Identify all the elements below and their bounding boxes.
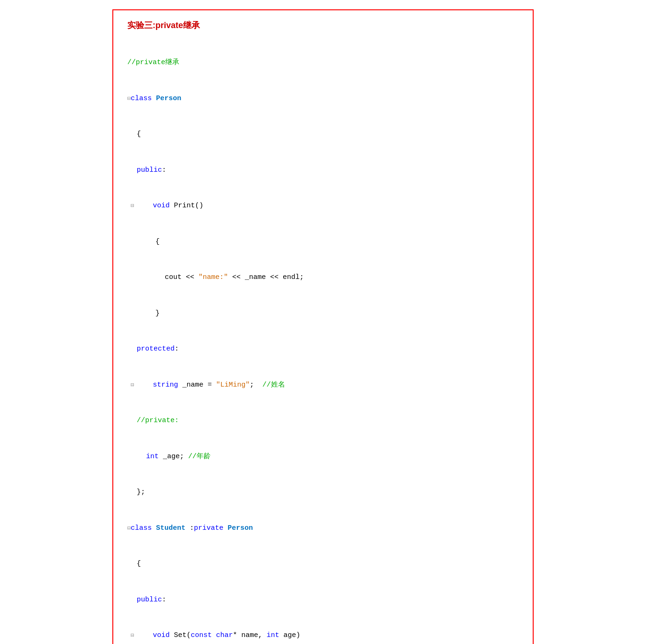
page-title: 实验三:private继承 — [127, 20, 519, 31]
main-container: 实验三:private继承 //private继承 ⊟class Person … — [112, 9, 534, 644]
comment-line: //private继承 — [127, 59, 179, 66]
code-block: //private继承 ⊟class Person { public: ⊟voi… — [127, 33, 519, 644]
